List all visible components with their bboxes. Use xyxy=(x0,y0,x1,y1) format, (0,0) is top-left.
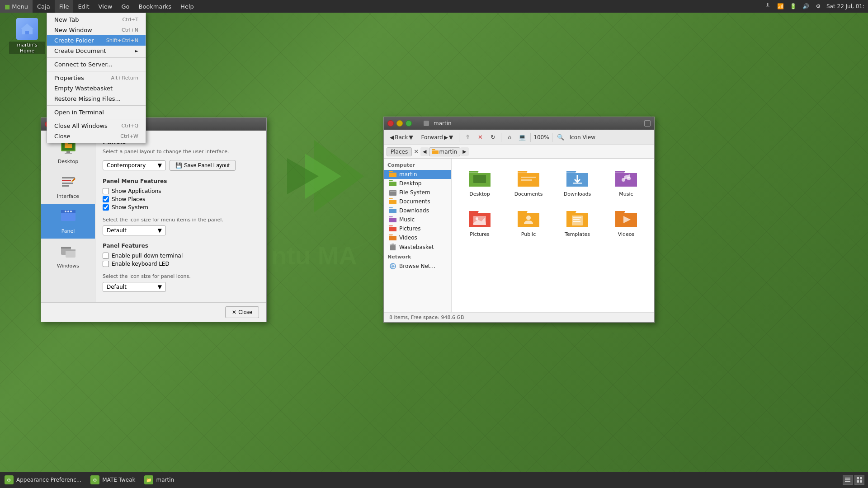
fm-max-btn[interactable] xyxy=(406,120,412,127)
menu-new-window[interactable]: New Window Ctrl+N xyxy=(47,25,146,35)
pictures-sidebar-icon xyxy=(389,225,396,232)
datetime: Sat 22 Jul, 01: xyxy=(826,3,864,9)
interface-nav-icon xyxy=(59,174,77,192)
menu-properties[interactable]: Properties Alt+Return xyxy=(47,73,146,83)
menu-connect-server[interactable]: Connect to Server... xyxy=(47,59,146,70)
save-panel-layout-btn[interactable]: 💾 Save Panel Layout xyxy=(170,160,236,171)
martin-taskbar-icon: 📁 xyxy=(144,475,153,484)
svg-rect-39 xyxy=(572,216,583,225)
network-icon[interactable]: 📶 xyxy=(776,2,785,11)
sidebar-music[interactable]: Music xyxy=(384,215,451,224)
file-label-public: Public xyxy=(521,231,536,237)
menu-empty-wastebasket[interactable]: Empty Wastebasket xyxy=(47,83,146,94)
tweak-close-button[interactable]: ✕ Close xyxy=(225,306,259,318)
fm-places-dropdown[interactable]: Places xyxy=(387,147,412,156)
menu-close[interactable]: Close Ctrl+W xyxy=(47,131,146,141)
tweak-nav-panel[interactable]: Panel xyxy=(41,204,95,239)
sidebar-documents[interactable]: Documents xyxy=(384,197,451,206)
file-item-documents[interactable]: Documents xyxy=(506,164,551,201)
help-menu[interactable]: Help xyxy=(176,0,198,13)
fm-breadcrumb-path[interactable]: martin xyxy=(429,147,461,156)
svg-point-15 xyxy=(65,211,66,212)
fm-up-btn[interactable]: ⇧ xyxy=(462,132,473,143)
show-system-checkbox[interactable] xyxy=(103,204,109,211)
volume-icon[interactable]: 🔊 xyxy=(801,2,810,11)
menu-open-terminal[interactable]: Open in Terminal xyxy=(47,107,146,117)
fm-computer-btn[interactable]: 💻 xyxy=(517,132,528,143)
tweak-window: MATE Tweak Desktop xyxy=(41,117,267,322)
fm-stop-btn[interactable]: ✕ xyxy=(475,132,486,143)
caja-menu[interactable]: Caja xyxy=(33,0,55,13)
file-item-public[interactable]: Public xyxy=(506,204,551,241)
desktop-home-icon[interactable]: martin's Home xyxy=(9,18,45,54)
fm-refresh-btn[interactable]: ↻ xyxy=(487,132,498,143)
fm-search-btn[interactable]: 🔍 xyxy=(555,132,566,143)
file-item-pictures[interactable]: Pictures xyxy=(457,204,502,241)
file-item-downloads[interactable]: Downloads xyxy=(555,164,600,201)
fm-home-btn[interactable]: ⌂ xyxy=(504,132,515,143)
sidebar-browse-network[interactable]: Browse Net... xyxy=(384,262,451,271)
menu-create-document[interactable]: Create Document ► xyxy=(47,46,146,56)
menu-separator-1 xyxy=(47,57,146,58)
computer-section-header: Computer xyxy=(384,160,451,170)
file-label-documents: Documents xyxy=(514,191,543,197)
grid-view-btn[interactable] xyxy=(854,475,864,485)
go-menu[interactable]: Go xyxy=(117,0,134,13)
menu-create-folder[interactable]: Create Folder Shift+Ctrl+N xyxy=(47,35,146,46)
fm-forward-btn[interactable]: Forward ▶ ▼ xyxy=(418,132,457,142)
sidebar-martin[interactable]: martin xyxy=(384,170,451,179)
taskbar-item-tweak[interactable]: ⚙ MATE Tweak xyxy=(86,472,140,488)
fm-toolbar-sep-1 xyxy=(459,133,459,142)
file-item-music[interactable]: Music xyxy=(604,164,649,201)
bluetooth-icon[interactable]: ┸ xyxy=(763,2,772,11)
taskbar-item-appearance[interactable]: ⚙ Appearance Preferenc... xyxy=(0,472,86,488)
svg-point-16 xyxy=(67,211,69,212)
bookmarks-menu[interactable]: Bookmarks xyxy=(134,0,176,13)
fm-close-btn[interactable] xyxy=(387,120,394,127)
keyboard-led-checkbox[interactable] xyxy=(103,261,109,267)
fm-min-btn[interactable] xyxy=(396,120,403,127)
show-applications-checkbox[interactable] xyxy=(103,188,109,194)
svg-rect-42 xyxy=(573,221,580,222)
view-menu[interactable]: View xyxy=(94,0,117,13)
tweak-nav-interface[interactable]: Interface xyxy=(41,169,95,204)
file-menu-dropdown: New Tab Ctrl+T New Window Ctrl+N Create … xyxy=(47,13,146,143)
fm-back-btn[interactable]: ◀ Back ▼ xyxy=(387,132,416,142)
fm-breadcrumb-forward[interactable]: ▶ xyxy=(460,147,468,156)
save-icon: 💾 xyxy=(175,162,182,169)
edit-menu[interactable]: Edit xyxy=(73,0,94,13)
tweak-nav-windows[interactable]: Windows xyxy=(41,239,95,273)
fm-content: Desktop Documents xyxy=(452,159,654,312)
top-panel: ■ Menu Caja File Edit View Go Bookmarks … xyxy=(0,0,868,13)
show-system-label: Show System xyxy=(112,204,148,211)
menu-new-tab[interactable]: New Tab Ctrl+T xyxy=(47,14,146,25)
settings-icon[interactable]: ⚙ xyxy=(814,2,823,11)
menu-button[interactable]: ■ Menu xyxy=(0,0,33,13)
menu-close-all-windows[interactable]: Close All Windows Ctrl+Q xyxy=(47,121,146,131)
svg-rect-5 xyxy=(65,144,72,148)
icon-size-dropdown[interactable]: Default ▼ xyxy=(103,225,166,235)
sidebar-downloads[interactable]: Downloads xyxy=(384,206,451,215)
layout-dropdown[interactable]: Contemporary ▼ xyxy=(103,160,166,170)
battery-icon[interactable]: 🔋 xyxy=(788,2,797,11)
sidebar-wastebasket[interactable]: Wastebasket xyxy=(384,242,451,252)
file-item-templates[interactable]: Templates xyxy=(555,204,600,241)
fm-titlebar-btn-1[interactable] xyxy=(644,120,651,127)
file-item-videos[interactable]: Videos xyxy=(604,204,649,241)
list-view-btn[interactable] xyxy=(843,475,853,485)
file-item-desktop[interactable]: Desktop xyxy=(457,164,502,201)
menu-restore-files[interactable]: Restore Missing Files... xyxy=(47,94,146,104)
sidebar-videos[interactable]: Videos xyxy=(384,233,451,242)
file-menu[interactable]: File xyxy=(55,0,74,13)
panel-nav-icon xyxy=(59,208,77,226)
svg-rect-23 xyxy=(390,191,396,192)
taskbar-item-martin[interactable]: 📁 martin xyxy=(140,472,179,488)
sidebar-pictures[interactable]: Pictures xyxy=(384,224,451,233)
panel-icon-size-dropdown[interactable]: Default ▼ xyxy=(103,282,166,292)
fm-breadcrumb-back[interactable]: ◀ xyxy=(420,147,429,156)
sidebar-desktop[interactable]: Desktop xyxy=(384,179,451,188)
sidebar-filesystem[interactable]: File System xyxy=(384,188,451,197)
pull-down-terminal-checkbox[interactable] xyxy=(103,253,109,259)
fm-places-clear-btn[interactable]: ✕ xyxy=(414,148,419,155)
show-places-checkbox[interactable] xyxy=(103,196,109,202)
